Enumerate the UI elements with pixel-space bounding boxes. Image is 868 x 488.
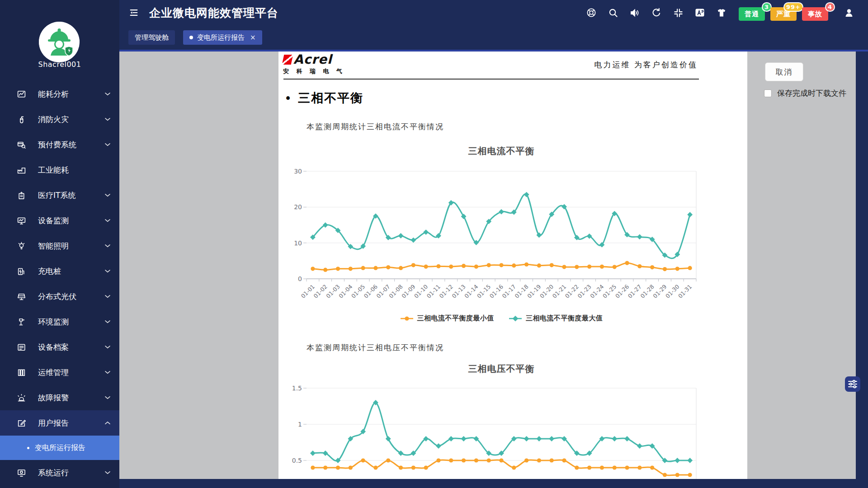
svg-text:01-21: 01-21: [551, 283, 567, 300]
sidebar-item-ops-management[interactable]: 运维管理: [0, 360, 119, 385]
sidebar-item-solar-pv[interactable]: 分布式光伏: [0, 284, 119, 309]
acrel-logo-mark-icon: [282, 55, 293, 65]
svg-text:01-05: 01-05: [350, 283, 366, 300]
sidebar-item-label: 环境监测: [38, 317, 105, 327]
alert-chip-severe[interactable]: 严重99+: [770, 7, 797, 21]
svg-text:01-16: 01-16: [488, 283, 505, 299]
user-profile-icon[interactable]: [844, 7, 854, 18]
sidebar-item-smart-lighting[interactable]: 智能照明: [0, 233, 119, 258]
legend-label: 三相电流不平衡度最大值: [526, 314, 603, 323]
chart1-description: 本监测周期统计三相电流不平衡情况: [307, 122, 444, 132]
sidebar-item-device-monitoring[interactable]: 设备监测: [0, 208, 119, 233]
sidebar-item-label: 设备档案: [38, 342, 105, 352]
line-charts: 010203001-0101-0201-0301-0401-0501-0601-…: [278, 52, 747, 479]
device-monitoring-icon: [16, 216, 26, 225]
help-lifebuoy-icon[interactable]: [586, 7, 597, 18]
chart1-title: 三相电流不平衡: [307, 145, 696, 157]
brand-slogan: 电力运维 为客户创造价值: [594, 60, 698, 70]
environment-monitoring-icon: [16, 317, 26, 327]
tab-label: 管理驾驶舱: [135, 33, 169, 42]
theme-tshirt-icon[interactable]: [716, 7, 727, 18]
system-run-icon: [16, 468, 26, 478]
sidebar-item-ev-charger[interactable]: 充电桩: [0, 258, 119, 284]
settings-float-button[interactable]: [845, 376, 860, 392]
svg-text:01-03: 01-03: [325, 283, 341, 300]
avatar: [39, 22, 80, 62]
legend-marker-icon: [509, 315, 522, 322]
sidebar-item-user-report[interactable]: 用户报告: [0, 410, 119, 436]
svg-text:01-06: 01-06: [363, 283, 379, 299]
sidebar-item-label: 医疗IT系统: [38, 190, 105, 201]
section-title: 三相不平衡: [298, 90, 363, 106]
sidebar-item-prepaid-system[interactable]: 预付费系统: [0, 132, 119, 157]
industrial-energy-icon: [16, 165, 26, 175]
tab-substation-report[interactable]: 变电所运行报告×: [183, 30, 262, 45]
sidebar-item-fault-alarm[interactable]: 故障报警: [0, 385, 119, 410]
sidebar-item-environment-monitoring[interactable]: 环境监测: [0, 309, 119, 334]
medical-it-icon: [16, 190, 26, 200]
energy-analysis-icon: [16, 89, 26, 99]
alert-chip-accident[interactable]: 事故4: [802, 7, 828, 21]
tab-close-icon[interactable]: ×: [250, 33, 256, 42]
solar-pv-icon: [16, 291, 26, 301]
sidebar-item-label: 设备监测: [38, 216, 105, 226]
cancel-button[interactable]: 取消: [765, 62, 803, 81]
sidebar-item-fire-safety[interactable]: 消防火灾: [0, 107, 119, 132]
svg-text:01-08: 01-08: [387, 283, 404, 299]
refresh-icon[interactable]: [651, 7, 662, 18]
alert-count-badge: 4: [825, 2, 835, 12]
svg-text:01-26: 01-26: [614, 283, 630, 299]
svg-text:01-01: 01-01: [300, 283, 316, 300]
sidebar-item-device-archive[interactable]: 设备档案: [0, 334, 119, 360]
svg-text:01-14: 01-14: [463, 283, 479, 299]
svg-text:01-12: 01-12: [438, 283, 454, 300]
svg-text:01-30: 01-30: [664, 283, 680, 299]
alert-chip-group: 普通3严重99+事故4: [738, 5, 833, 21]
download-checkbox-label: 保存完成时下载文件: [777, 88, 846, 99]
alert-chip-label: 普通: [745, 10, 759, 19]
bullet-dot-icon: [27, 447, 29, 449]
svg-text:01-20: 01-20: [538, 283, 555, 299]
search-icon[interactable]: [608, 7, 618, 18]
download-on-save-option: 保存完成时下载文件: [764, 88, 846, 99]
translate-icon[interactable]: [694, 7, 705, 18]
legend-item[interactable]: 三相电流不平衡度最小值: [400, 314, 495, 323]
engineer-avatar-icon: [39, 22, 80, 62]
report-page: Acrel 安 科 瑞 电 气 电力运维 为客户创造价值 • 三相不平衡 本监测…: [278, 52, 747, 479]
svg-text:01-31: 01-31: [677, 283, 693, 300]
download-checkbox[interactable]: [764, 89, 772, 97]
active-tab-dot-icon: [189, 36, 193, 39]
sidebar-item-industrial-energy[interactable]: 工业能耗: [0, 157, 119, 183]
svg-text:01-27: 01-27: [627, 283, 643, 300]
sliders-icon: [847, 378, 859, 390]
sidebar-item-system-run[interactable]: 系统运行: [0, 460, 119, 485]
sidebar-item-label: 消防火灾: [38, 114, 105, 125]
sidebar-item-medical-it[interactable]: 医疗IT系统: [0, 183, 119, 208]
device-archive-icon: [16, 342, 26, 352]
chart2-description: 本监测周期统计三相电压不平衡情况: [307, 343, 444, 353]
sidebar-item-label: 充电桩: [38, 266, 105, 277]
exit-fullscreen-icon[interactable]: [673, 7, 684, 18]
tab-dashboard[interactable]: 管理驾驶舱: [128, 30, 175, 45]
volume-icon[interactable]: [629, 7, 640, 18]
acrel-logo: Acrel 安 科 瑞 电 气: [283, 53, 345, 75]
username: Shacrel001: [0, 60, 119, 69]
svg-text:1: 1: [298, 421, 302, 428]
collapse-menu-icon[interactable]: [128, 7, 139, 18]
svg-text:01-10: 01-10: [413, 283, 429, 299]
sidebar-subitem-label: 变电所运行报告: [35, 443, 85, 453]
legend-item[interactable]: 三相电流不平衡度最大值: [509, 314, 603, 323]
sidebar-item-energy-analysis[interactable]: 能耗分析: [0, 81, 119, 107]
svg-text:01-04: 01-04: [337, 283, 354, 299]
sidebar-menu: 能耗分析消防火灾预付费系统工业能耗医疗IT系统设备监测智能照明充电桩分布式光伏环…: [0, 81, 119, 485]
svg-text:01-23: 01-23: [576, 283, 592, 300]
svg-text:01-07: 01-07: [375, 283, 392, 300]
tab-bar: 管理驾驶舱变电所运行报告×: [119, 25, 868, 52]
svg-text:20: 20: [294, 203, 302, 211]
svg-text:01-24: 01-24: [589, 283, 605, 299]
sidebar-item-label: 用户报告: [38, 418, 105, 428]
alert-chip-normal[interactable]: 普通3: [739, 7, 765, 21]
ev-charger-icon: [16, 266, 26, 276]
brand-name: Acrel: [293, 53, 332, 66]
sidebar-subitem-substation-report[interactable]: 变电所运行报告: [0, 436, 119, 460]
